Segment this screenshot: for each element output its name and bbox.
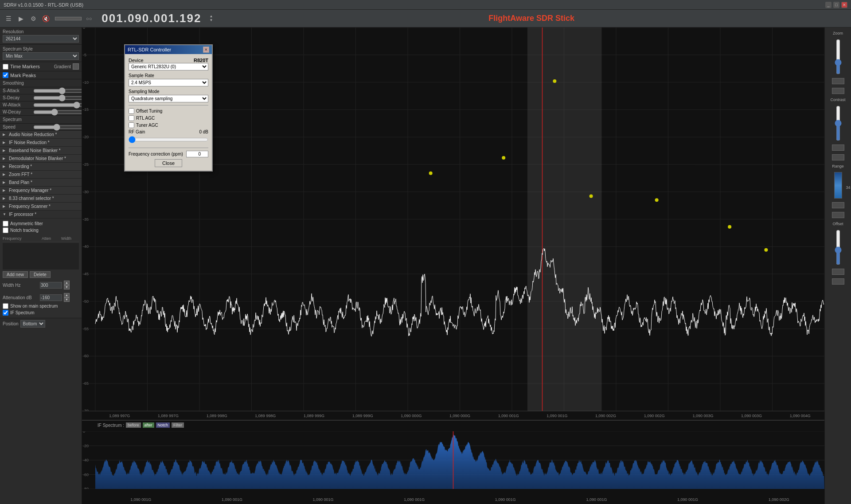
w-attack-slider[interactable] [33, 103, 82, 107]
settings-icon[interactable]: ⚙ [28, 14, 38, 23]
contrast-slider[interactable] [835, 105, 842, 141]
x-axis-label: 1,090 002G [630, 414, 679, 418]
offset-slider[interactable] [835, 230, 842, 265]
range-btn-1[interactable] [832, 202, 844, 208]
plugin-item-8[interactable]: ▶8.33 channel selector * [0, 195, 82, 203]
width-hz-row: Width Hz 300 ▲ ▼ [3, 280, 79, 290]
dialog-sample-rate-select[interactable]: 2.4 MSPS [129, 79, 208, 86]
dialog-freq-correction-row: Frequency correction (ppm) [129, 151, 208, 157]
dialog-rtl-agc-checkbox[interactable] [129, 115, 134, 121]
maximize-button[interactable]: □ [833, 2, 839, 8]
if-filter-tag[interactable]: Filter [172, 422, 184, 428]
attenuation-input[interactable] [40, 294, 62, 301]
plugin-item-9[interactable]: ▶Frequency Scanner * [0, 203, 82, 211]
if-x-axis-label: 1,090 001G [460, 497, 551, 502]
plugin-arrow-3: ▶ [3, 156, 7, 160]
freq-down-arrow[interactable]: ▼ [210, 19, 213, 22]
if-spectrum-checkbox[interactable] [3, 310, 8, 316]
speed-slider[interactable] [33, 125, 82, 129]
time-markers-label: Time Markers [10, 64, 40, 69]
zoom-slider[interactable] [835, 39, 842, 74]
mark-peaks-checkbox[interactable] [3, 72, 8, 78]
range-btn-2[interactable] [832, 212, 844, 218]
if-processor-arrow: ▼ [3, 212, 7, 216]
if-spectrum-row: IF Spectrum [3, 309, 79, 316]
gradient-button[interactable] [73, 63, 79, 70]
minimize-button[interactable]: _ [825, 2, 831, 8]
plugin-item-0[interactable]: ▶Audio Noise Reduction * [0, 131, 82, 139]
plugin-label-7: Frequency Manager * [9, 188, 51, 193]
volume-slider[interactable] [55, 17, 82, 20]
position-select[interactable]: Bottom [20, 320, 45, 328]
attenuation-down[interactable]: ▼ [64, 297, 70, 302]
zoom-btn-2[interactable] [832, 88, 844, 94]
if-table-header: Frequency Atten Width [3, 235, 79, 242]
dialog-rf-gain-slider[interactable] [129, 136, 208, 143]
if-spectrum-label: IF Spectrum [10, 310, 34, 315]
dialog-device-select[interactable]: Generic RTL2832U (0) [129, 63, 208, 70]
plugin-item-6[interactable]: ▶Band Plan * [0, 179, 82, 187]
plugin-item-2[interactable]: ▶Baseband Noise Blanker * [0, 147, 82, 155]
plugin-item-3[interactable]: ▶Demodulator Noise Blanker * [0, 155, 82, 163]
w-decay-slider[interactable] [33, 110, 82, 114]
dialog-divider-2 [129, 148, 208, 148]
freq-arrows[interactable]: ▲ ▼ [210, 15, 213, 22]
menu-icon[interactable]: ☰ [4, 14, 13, 23]
delete-button[interactable]: Delete [30, 271, 51, 278]
width-hz-up[interactable]: ▲ [64, 281, 70, 285]
notch-tracking-checkbox[interactable] [3, 227, 8, 233]
s-decay-slider[interactable] [33, 96, 82, 100]
add-new-button[interactable]: Add new [3, 271, 28, 278]
dialog-tuner-agc-label: Tuner AGC [136, 123, 158, 128]
spectrum-style-select[interactable]: Min Max [3, 52, 79, 60]
plugin-label-0: Audio Noise Reduction * [9, 132, 57, 137]
zoom-btn-1[interactable] [832, 78, 844, 84]
dialog-offset-tuning-checkbox[interactable] [129, 108, 134, 114]
offset-btn-2[interactable] [832, 278, 844, 285]
dialog-rtl-agc-label: RTL AGC [136, 116, 155, 121]
notch-tracking-label: Notch tracking [10, 228, 39, 233]
if-processor-header[interactable]: ▼ IF processor * [0, 211, 82, 219]
s-attack-slider[interactable] [33, 89, 82, 93]
dialog-close-button[interactable]: Close [155, 159, 182, 167]
resolution-select[interactable]: 262144 [3, 35, 79, 43]
if-processor-section: ▼ IF processor * Asymmetric filter Notch… [0, 211, 82, 318]
plugin-arrow-9: ▶ [3, 204, 7, 208]
rtl-dialog-close-button[interactable]: ✕ [203, 47, 209, 53]
contrast-btn-2[interactable] [832, 154, 844, 160]
rtl-dialog-titlebar[interactable]: RTL-SDR Controller ✕ [125, 45, 212, 54]
plugin-item-4[interactable]: ▶Recording * [0, 163, 82, 171]
width-hz-down[interactable]: ▼ [64, 285, 70, 289]
time-markers-checkbox[interactable] [3, 64, 8, 70]
if-processor-label: IF processor * [9, 212, 36, 217]
plugin-item-5[interactable]: ▶Zoom FFT * [0, 171, 82, 179]
dialog-freq-correction-input[interactable] [186, 151, 208, 157]
w-attack-row: W-Attack [0, 102, 82, 109]
if-before-tag[interactable]: before [126, 422, 141, 428]
if-notch-tag[interactable]: Notch [156, 422, 170, 428]
plugin-arrow-2: ▶ [3, 148, 7, 152]
dialog-sampling-mode-select[interactable]: Quadrature sampling [129, 95, 208, 102]
offset-btn-1[interactable] [832, 269, 844, 275]
x-axis-label: 1,090 003G [727, 414, 776, 418]
asymmetric-filter-checkbox[interactable] [3, 221, 8, 227]
dialog-device-value: R820T [194, 58, 208, 63]
if-spectrum-header: IF Spectrum : before after Notch Filter [98, 422, 184, 428]
if-x-axis-label: 1,090 001G [642, 497, 734, 502]
plugin-item-7[interactable]: ▶Frequency Manager * [0, 187, 82, 195]
play-icon[interactable]: ▶ [16, 14, 26, 23]
show-on-main-checkbox[interactable] [3, 303, 8, 309]
zoom-label: Zoom [833, 31, 843, 35]
show-on-main-row: Show on main spectrum [3, 303, 79, 309]
width-hz-input[interactable]: 300 [40, 282, 62, 289]
plugin-item-1[interactable]: ▶IF Noise Reduction * [0, 139, 82, 147]
freq-up-arrow[interactable]: ▲ [210, 15, 213, 18]
if-after-tag[interactable]: after [143, 422, 154, 428]
dialog-tuner-agc-checkbox[interactable] [129, 122, 134, 128]
smoothing-label: Smoothing [3, 81, 79, 86]
close-button[interactable]: ✕ [841, 2, 847, 8]
col-width: Width [61, 236, 79, 241]
mute-icon[interactable]: 🔇 [41, 14, 51, 23]
attenuation-up[interactable]: ▲ [64, 293, 70, 297]
contrast-btn-1[interactable] [832, 145, 844, 151]
